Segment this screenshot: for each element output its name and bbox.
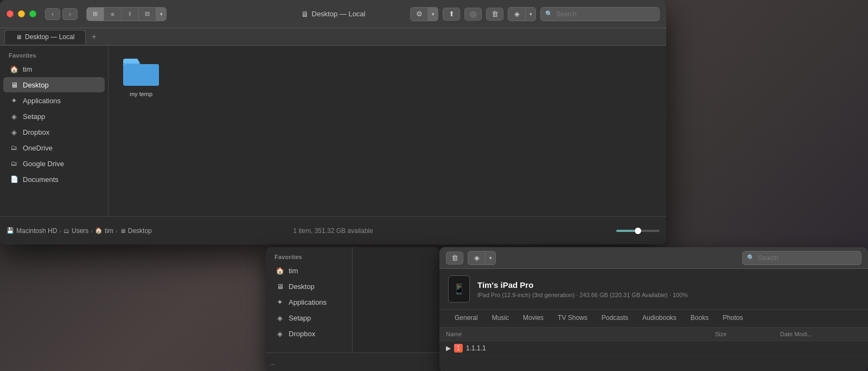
breadcrumb-macintosh-hd[interactable]: 💾 Macintosh HD: [7, 227, 57, 235]
desktop-folder-icon: 🖥: [301, 10, 309, 18]
ipad-tab-music[interactable]: Music: [486, 310, 515, 327]
desktop-breadcrumb-icon: 🖥: [120, 228, 126, 234]
second-sidebar: Favorites 🏠 tim 🖥 Desktop ✦ Applications…: [266, 247, 353, 353]
second-file-area[interactable]: [353, 247, 439, 353]
file-area[interactable]: my temp: [108, 46, 666, 216]
minimize-button[interactable]: [18, 10, 25, 17]
breadcrumb-desktop[interactable]: 🖥 Desktop: [120, 227, 152, 235]
ipad-tab-podcasts[interactable]: Podcasts: [595, 310, 635, 327]
toolbar-right: ⚙ ▾ ⬆ ⬤ 🗑 ◈ ▾: [410, 7, 660, 21]
sidebar-item-onedrive[interactable]: 🗂 OneDrive: [3, 140, 105, 155]
sidebar-item-setapp[interactable]: ◈ Setapp: [3, 109, 105, 124]
sidebar-item-dropbox[interactable]: ◈ Dropbox: [3, 124, 105, 140]
breadcrumb-sep-2: ›: [91, 228, 93, 234]
sidebar-item-desktop[interactable]: 🖥 Desktop: [3, 77, 105, 92]
list-view-button[interactable]: ≡: [104, 8, 122, 21]
second-breadcrumb-text: ...: [270, 360, 275, 366]
ipad-info: Tim's iPad Pro iPad Pro (12.9-inch) (3rd…: [477, 280, 688, 298]
file-row-name: ▶ 1 1.1.1.1: [446, 344, 861, 353]
settings-button[interactable]: ⚙: [411, 8, 428, 21]
traffic-lights: [7, 10, 36, 17]
share-icon: ⬆: [449, 10, 455, 18]
ipad-tab-books-label: Books: [691, 314, 709, 322]
breadcrumb-label-desktop: Desktop: [128, 227, 152, 235]
sidebar-item-tim[interactable]: 🏠 tim: [3, 61, 105, 77]
second-sidebar-item-setapp[interactable]: ◈ Setapp: [269, 310, 349, 325]
folder-item-my-temp[interactable]: my temp: [119, 56, 163, 98]
slider-thumb[interactable]: [635, 228, 641, 234]
share-button[interactable]: ⬆: [443, 8, 460, 21]
tim-breadcrumb-icon: 🏠: [95, 227, 103, 234]
setapp-icon-2: ◈: [276, 313, 284, 322]
ipad-dropbox-button[interactable]: ◈: [468, 251, 486, 265]
chevron-down-icon-2: ▾: [432, 11, 435, 17]
second-sidebar-item-applications[interactable]: ✦ Applications: [269, 294, 349, 310]
breadcrumb-users[interactable]: 🗂 Users: [63, 227, 88, 235]
dropbox-button[interactable]: ◈: [508, 8, 526, 21]
setapp-icon: ◈: [10, 112, 18, 121]
ipad-tab-tv-shows[interactable]: TV Shows: [551, 310, 594, 327]
icon-view-button[interactable]: ⊞: [87, 8, 104, 21]
sidebar-item-applications[interactable]: ✦ Applications: [3, 93, 105, 108]
dropbox-icon: ◈: [514, 10, 520, 18]
breadcrumb-sep-3: ›: [116, 228, 118, 234]
ipad-tab-movies[interactable]: Movies: [516, 310, 550, 327]
ipad-tab-photos-label: Photos: [723, 314, 743, 322]
ipad-tab-photos[interactable]: Photos: [716, 310, 749, 327]
search-bar[interactable]: 🔍: [540, 7, 660, 21]
close-button[interactable]: [7, 10, 14, 17]
second-sidebar-label-tim: tim: [289, 267, 298, 275]
second-sidebar-item-dropbox[interactable]: ◈ Dropbox: [269, 326, 349, 341]
ipad-device-icon: 📱: [453, 283, 465, 295]
column-view-button[interactable]: ⫴: [122, 8, 139, 21]
tag-button[interactable]: ⬤: [464, 8, 482, 21]
breadcrumb-tim[interactable]: 🏠 tim: [95, 227, 113, 235]
file-table-header: Name Size Date Modi...: [439, 328, 868, 341]
ipad-chevron-down-icon: ▾: [489, 255, 492, 261]
desktop-icon: 🖥: [10, 80, 18, 89]
maximize-button[interactable]: [29, 10, 36, 17]
main-finder-window: ‹ › ⊞ ≡ ⫴ ⊟ ▾ 🖥 Desktop —: [0, 0, 666, 244]
sidebar-label-dropbox: Dropbox: [23, 128, 49, 136]
second-sidebar-label-applications: Applications: [289, 298, 327, 306]
sidebar-item-documents[interactable]: 📄 Documents: [3, 172, 105, 187]
back-icon: ‹: [52, 10, 54, 18]
ipad-tab-audiobooks[interactable]: Audiobooks: [636, 310, 683, 327]
delete-button[interactable]: 🗑: [486, 8, 503, 21]
ipad-tab-books[interactable]: Books: [684, 310, 715, 327]
dropbox-chevron-button[interactable]: ▾: [526, 8, 535, 21]
ipad-tab-general[interactable]: General: [448, 310, 484, 327]
expand-arrow-icon[interactable]: ▶: [446, 344, 451, 352]
second-sidebar-item-desktop[interactable]: 🖥 Desktop: [269, 279, 349, 294]
ipad-tab-general-label: General: [455, 314, 478, 322]
ipad-search-input[interactable]: [758, 254, 857, 262]
forward-icon: ›: [69, 10, 71, 18]
ipad-dropbox-chevron[interactable]: ▾: [486, 251, 495, 265]
ipad-device-details: iPad Pro (12.9-inch) (3rd generation) · …: [477, 292, 688, 298]
file-grid: my temp: [108, 46, 666, 109]
second-sidebar-label-dropbox: Dropbox: [289, 330, 315, 338]
second-sidebar-label-setapp: Setapp: [289, 314, 311, 322]
second-sidebar-item-tim[interactable]: 🏠 tim: [269, 263, 349, 278]
ipad-search-bar[interactable]: 🔍: [742, 251, 861, 265]
back-button[interactable]: ‹: [45, 8, 60, 20]
zoom-slider[interactable]: [616, 230, 660, 232]
sidebar-item-googledrive[interactable]: 🗂 Google Drive: [3, 156, 105, 171]
applications-icon-2: ✦: [276, 298, 284, 306]
table-row[interactable]: ▶ 1 1.1.1.1: [439, 341, 868, 356]
forward-button[interactable]: ›: [62, 8, 78, 20]
search-input[interactable]: [556, 10, 655, 18]
desktop-icon-2: 🖥: [276, 282, 284, 291]
view-chevron-button[interactable]: ▾: [156, 8, 166, 21]
folder-label-my-temp: my temp: [130, 90, 152, 98]
title-bar: ‹ › ⊞ ≡ ⫴ ⊟ ▾ 🖥 Desktop —: [0, 0, 666, 28]
sidebar-label-onedrive: OneDrive: [23, 144, 53, 152]
new-tab-button[interactable]: +: [88, 31, 100, 43]
gallery-view-button[interactable]: ⊟: [139, 8, 156, 21]
main-tab[interactable]: 🖥 Desktop — Local: [4, 30, 86, 44]
ipad-delete-button[interactable]: 🗑: [446, 251, 463, 265]
status-text: 1 item, 351.32 GB available: [293, 227, 373, 235]
settings-chevron-button[interactable]: ▾: [428, 8, 438, 21]
gallery-icon: ⊟: [145, 10, 150, 17]
gear-icon: ⚙: [416, 10, 423, 18]
